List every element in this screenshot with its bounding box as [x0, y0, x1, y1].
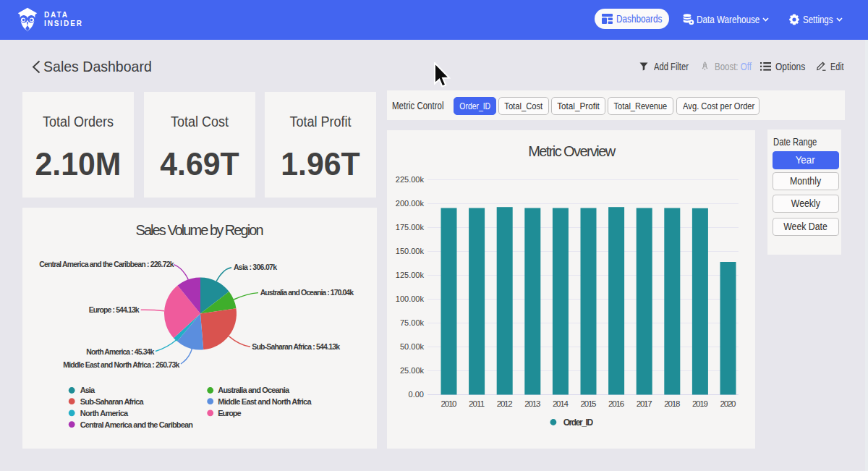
- svg-text:2014: 2014: [553, 399, 569, 408]
- svg-text:150.00k: 150.00k: [396, 247, 425, 255]
- svg-text:225.00k: 225.00k: [396, 175, 425, 184]
- svg-text:Europe: Europe: [218, 409, 241, 417]
- svg-text:North America : 45.34k: North America : 45.34k: [86, 347, 154, 356]
- svg-text:0.00: 0.00: [409, 390, 424, 399]
- svg-text:Asia : 306.07k: Asia : 306.07k: [234, 263, 277, 271]
- svg-text:2010: 2010: [441, 399, 457, 408]
- svg-text:Sales Volume by Region: Sales Volume by Region: [136, 222, 264, 238]
- svg-text:Sub-Saharan Africa: Sub-Saharan Africa: [80, 397, 145, 406]
- svg-text:Middle East and North Africa :: Middle East and North Africa : 260.73k: [63, 360, 179, 369]
- svg-text:125.00k: 125.00k: [396, 271, 425, 279]
- svg-text:2020: 2020: [720, 399, 736, 408]
- svg-text:Sub-Saharan Africa : 544.13k: Sub-Saharan Africa : 544.13k: [252, 342, 340, 351]
- svg-text:Central America and the Caribb: Central America and the Caribbean : 226.…: [39, 260, 174, 268]
- svg-text:200.00k: 200.00k: [396, 199, 425, 208]
- svg-text:Asia: Asia: [80, 386, 95, 394]
- svg-text:2017: 2017: [637, 399, 652, 408]
- svg-text:2011: 2011: [469, 399, 485, 408]
- svg-text:2012: 2012: [497, 399, 513, 408]
- svg-text:Australia and Oceania : 170.04: Australia and Oceania : 170.04k: [260, 288, 354, 297]
- svg-text:Metric Overview: Metric Overview: [528, 143, 616, 159]
- svg-text:Australia and Oceania: Australia and Oceania: [218, 386, 290, 394]
- svg-text:2018: 2018: [664, 399, 680, 408]
- svg-text:Europe : 544.13k: Europe : 544.13k: [89, 305, 140, 314]
- svg-text:75.00k: 75.00k: [400, 318, 425, 327]
- svg-text:2016: 2016: [608, 399, 624, 408]
- svg-text:50.00k: 50.00k: [400, 342, 425, 351]
- svg-text:175.00k: 175.00k: [396, 223, 425, 232]
- svg-text:Order_ID: Order_ID: [563, 417, 594, 428]
- svg-text:Central America and the Caribb: Central America and the Caribbean: [80, 420, 194, 429]
- svg-text:2015: 2015: [581, 399, 597, 408]
- svg-text:25.00k: 25.00k: [400, 366, 425, 375]
- svg-text:Middle East and North Africa: Middle East and North Africa: [218, 397, 312, 406]
- svg-text:100.00k: 100.00k: [396, 294, 425, 303]
- svg-text:North America: North America: [80, 409, 129, 417]
- svg-text:2013: 2013: [524, 399, 540, 408]
- svg-text:2019: 2019: [692, 399, 708, 408]
